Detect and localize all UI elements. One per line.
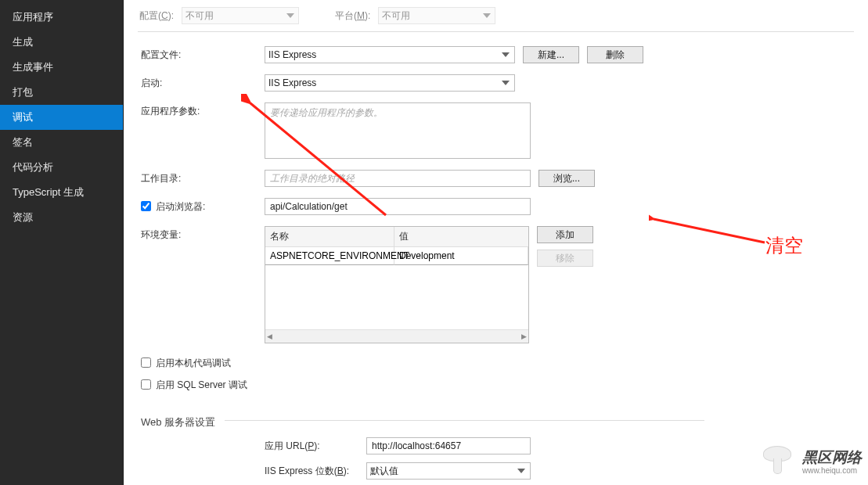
platform-select: 不可用 (378, 7, 495, 24)
app-url-input[interactable] (366, 437, 531, 454)
env-col-value: 值 (394, 227, 528, 246)
sql-debug-checkbox[interactable] (141, 379, 151, 390)
env-scrollbar[interactable]: ◀ ▶ (265, 329, 528, 343)
native-debug-row: 启用本机代码调试 (141, 354, 231, 370)
native-debug-checkbox[interactable] (141, 357, 151, 368)
sidebar-item-build[interactable]: 生成 (0, 30, 123, 55)
sql-debug-row: 启用 SQL Server 调试 (141, 376, 247, 392)
sidebar-item-package[interactable]: 打包 (0, 80, 123, 105)
sidebar-item-debug[interactable]: 调试 (0, 105, 123, 130)
add-button[interactable]: 添加 (537, 226, 593, 243)
workdir-input[interactable] (265, 170, 531, 187)
watermark: 黑区网络 www.heiqu.com (758, 444, 862, 480)
launch-label: 启动: (141, 74, 265, 90)
env-label: 环境变量: (141, 226, 265, 242)
launch-browser-label: 启动浏览器: (141, 198, 265, 214)
app-args-input[interactable] (265, 102, 531, 159)
config-select: 不可用 (182, 7, 299, 24)
iis-bits-select[interactable]: 默认值 (366, 462, 531, 480)
delete-button[interactable]: 删除 (587, 46, 643, 63)
top-bar: 配置(C): 不可用 平台(M): 不可用 (124, 0, 868, 31)
sidebar-item-build-events[interactable]: 生成事件 (0, 55, 123, 80)
chevron-left-icon[interactable]: ◀ (267, 332, 272, 340)
env-table[interactable]: 名称 值 ASPNETCORE_ENVIRONMENT Development … (265, 226, 529, 343)
remove-button: 移除 (537, 250, 593, 267)
annotation-text: 清空 (765, 233, 803, 258)
env-col-name: 名称 (265, 227, 394, 246)
config-label: 配置(C): (139, 9, 174, 23)
workdir-label: 工作目录: (141, 170, 265, 185)
table-row[interactable]: ASPNETCORE_ENVIRONMENT Development (265, 247, 528, 265)
chevron-right-icon[interactable]: ▶ (521, 332, 527, 340)
sidebar-item-signing[interactable]: 签名 (0, 130, 123, 155)
app-url-label: 应用 URL(P): (265, 440, 366, 453)
launch-browser-input[interactable] (265, 198, 531, 215)
iis-bits-label: IIS Express 位数(B): (265, 465, 366, 478)
sidebar-item-app[interactable]: 应用程序 (0, 5, 123, 30)
sidebar-item-typescript-build[interactable]: TypeScript 生成 (0, 180, 123, 205)
launch-browser-checkbox[interactable] (141, 201, 151, 211)
web-section-head: Web 服务器设置 (141, 403, 704, 437)
sidebar-item-resources[interactable]: 资源 (0, 205, 123, 230)
profile-label: 配置文件: (141, 46, 265, 62)
profile-select[interactable]: IIS Express (265, 46, 515, 63)
sidebar-item-code-analysis[interactable]: 代码分析 (0, 155, 123, 180)
app-args-label: 应用程序参数: (141, 102, 265, 118)
mushroom-icon (758, 444, 796, 480)
platform-label: 平台(M): (335, 9, 370, 23)
launch-select[interactable]: IIS Express (265, 74, 515, 92)
new-button[interactable]: 新建... (523, 46, 579, 63)
browse-button[interactable]: 浏览... (538, 170, 595, 187)
sidebar: 应用程序 生成 生成事件 打包 调试 签名 代码分析 TypeScript 生成… (0, 0, 124, 485)
main-panel: 配置(C): 不可用 平台(M): 不可用 配置文件: IIS Express … (124, 0, 868, 485)
